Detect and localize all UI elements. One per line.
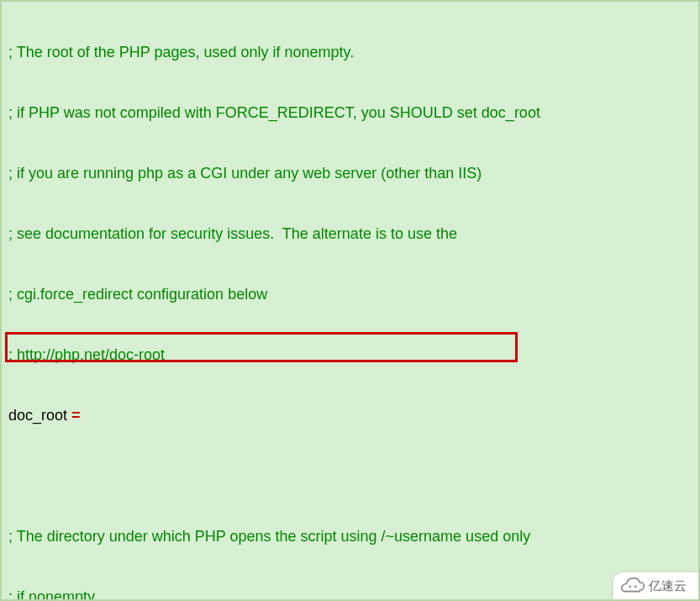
comment-line: ; The directory under which PHP opens th… xyxy=(8,526,692,546)
config-file-content: ; The root of the PHP pages, used only i… xyxy=(2,2,698,601)
comment-line: ; if nonempty. xyxy=(8,587,692,601)
comment-line: ; The root of the PHP pages, used only i… xyxy=(8,42,692,62)
cloud-icon xyxy=(620,577,645,595)
comment-link: ; http://php.net/doc-root xyxy=(8,345,692,365)
comment-line: ; cgi.force_redirect configuration below xyxy=(8,284,692,304)
comment-line: ; see documentation for security issues.… xyxy=(8,224,692,244)
svg-point-1 xyxy=(634,586,637,588)
comment-line: ; if PHP was not compiled with FORCE_RED… xyxy=(8,103,692,123)
doc-root-key: doc_root xyxy=(8,407,67,424)
watermark-text: 亿速云 xyxy=(649,576,687,596)
doc-root-directive: doc_root = xyxy=(8,405,692,425)
comment-line: ; if you are running php as a CGI under … xyxy=(8,163,692,183)
svg-point-0 xyxy=(629,586,631,588)
blank-line xyxy=(8,466,692,486)
equals-sign: = xyxy=(67,407,81,424)
watermark-badge: 亿速云 xyxy=(613,572,698,599)
